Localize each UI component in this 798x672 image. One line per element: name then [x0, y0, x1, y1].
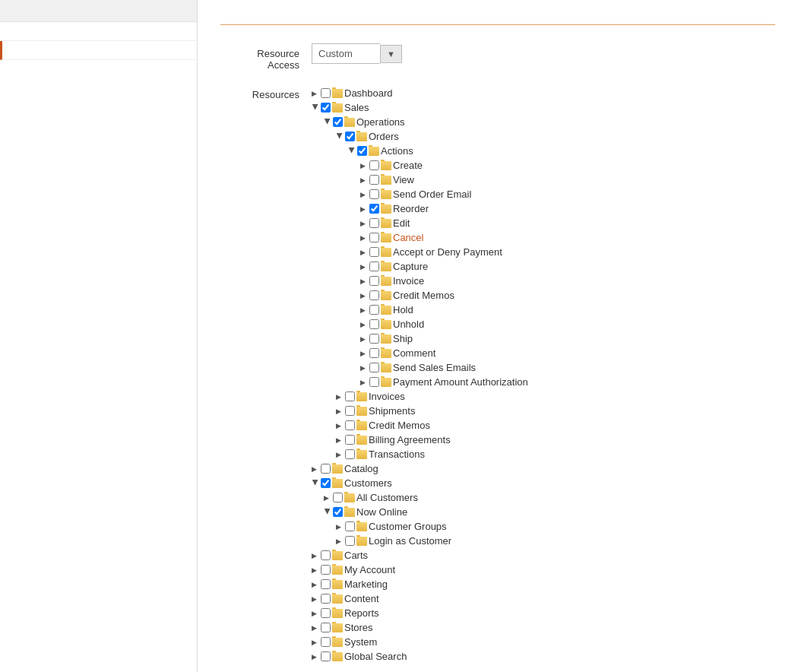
arrow-icon-transactions[interactable]: ▶ — [336, 451, 344, 458]
dropdown-arrow-button[interactable]: ▼ — [380, 45, 402, 63]
checkbox-customer-groups[interactable] — [345, 521, 355, 531]
arrow-icon-customer-groups[interactable]: ▶ — [336, 523, 344, 531]
tree-row-catalog[interactable]: ▶Catalog — [312, 462, 775, 475]
checkbox-send-order-email[interactable] — [369, 189, 379, 199]
tree-row-accept-deny[interactable]: ▶Accept or Deny Payment — [312, 246, 775, 258]
tree-row-now-online[interactable]: ▶Now Online — [312, 506, 775, 518]
checkbox-global-search[interactable] — [321, 651, 331, 661]
checkbox-dashboard[interactable] — [321, 88, 331, 98]
arrow-icon-cancel[interactable]: ▶ — [360, 234, 368, 242]
tree-row-customers[interactable]: ▶Customers — [312, 477, 775, 490]
checkbox-unhold[interactable] — [369, 319, 379, 329]
arrow-icon-all-customers[interactable]: ▶ — [324, 494, 331, 502]
sidebar-item-api[interactable] — [0, 41, 197, 60]
tree-row-hold[interactable]: ▶Hold — [312, 303, 775, 316]
arrow-icon-comment[interactable]: ▶ — [360, 350, 368, 357]
arrow-icon-login-as-customer[interactable]: ▶ — [336, 537, 344, 545]
arrow-icon-global-search[interactable]: ▶ — [312, 653, 319, 661]
tree-row-reports[interactable]: ▶Reports — [312, 607, 775, 620]
checkbox-reports[interactable] — [321, 608, 331, 618]
tree-row-actions[interactable]: ▶Actions — [312, 144, 775, 157]
arrow-icon-credit-memos-actions[interactable]: ▶ — [360, 292, 368, 300]
checkbox-orders[interactable] — [345, 132, 355, 141]
checkbox-invoice[interactable] — [369, 276, 379, 286]
checkbox-view[interactable] — [369, 175, 379, 185]
checkbox-cancel[interactable] — [369, 233, 379, 242]
arrow-icon-hold[interactable]: ▶ — [360, 306, 368, 314]
arrow-icon-dashboard[interactable]: ▶ — [312, 90, 319, 97]
tree-row-dashboard[interactable]: ▶Dashboard — [312, 87, 775, 100]
resource-access-select[interactable]: Custom All — [312, 43, 380, 64]
tree-row-content[interactable]: ▶Content — [312, 592, 775, 605]
tree-row-all-customers[interactable]: ▶All Customers — [312, 491, 775, 504]
checkbox-carts[interactable] — [321, 550, 331, 560]
checkbox-ship[interactable] — [369, 334, 379, 344]
arrow-icon-actions[interactable]: ▶ — [348, 147, 356, 155]
arrow-icon-invoice[interactable]: ▶ — [360, 277, 368, 285]
tree-row-global-search[interactable]: ▶Global Search — [312, 650, 775, 663]
tree-row-ship[interactable]: ▶Ship — [312, 332, 775, 345]
checkbox-invoices[interactable] — [345, 391, 355, 401]
checkbox-now-online[interactable] — [333, 507, 343, 517]
checkbox-customers[interactable] — [321, 478, 331, 488]
arrow-icon-accept-deny[interactable]: ▶ — [360, 249, 368, 256]
arrow-icon-system[interactable]: ▶ — [312, 639, 319, 646]
tree-row-credit-memos-actions[interactable]: ▶Credit Memos — [312, 289, 775, 302]
arrow-icon-invoices[interactable]: ▶ — [336, 393, 344, 401]
checkbox-actions[interactable] — [357, 146, 367, 156]
tree-row-create[interactable]: ▶Create — [312, 159, 775, 172]
arrow-icon-shipments[interactable]: ▶ — [336, 407, 344, 415]
checkbox-stores[interactable] — [321, 623, 331, 632]
arrow-icon-carts[interactable]: ▶ — [312, 552, 319, 559]
tree-row-unhold[interactable]: ▶Unhold — [312, 318, 775, 331]
arrow-icon-ship[interactable]: ▶ — [360, 335, 368, 343]
tree-row-view[interactable]: ▶View — [312, 173, 775, 186]
checkbox-catalog[interactable] — [321, 464, 331, 474]
checkbox-transactions[interactable] — [345, 449, 355, 459]
tree-row-payment-amount-auth[interactable]: ▶Payment Amount Authorization — [312, 376, 775, 388]
arrow-icon-capture[interactable]: ▶ — [360, 263, 368, 271]
arrow-icon-payment-amount-auth[interactable]: ▶ — [360, 379, 368, 386]
checkbox-create[interactable] — [369, 160, 379, 170]
checkbox-credit-memos-actions[interactable] — [369, 290, 379, 300]
arrow-icon-catalog[interactable]: ▶ — [312, 465, 319, 473]
tree-row-sales[interactable]: ▶Sales — [312, 101, 775, 114]
tree-row-shipments[interactable]: ▶Shipments — [312, 404, 775, 417]
checkbox-sales[interactable] — [321, 103, 331, 113]
arrow-icon-content[interactable]: ▶ — [312, 595, 319, 603]
arrow-icon-reports[interactable]: ▶ — [312, 610, 319, 617]
checkbox-credit-memos[interactable] — [345, 420, 355, 430]
tree-row-billing-agreements[interactable]: ▶Billing Agreements — [312, 433, 775, 446]
tree-row-send-sales-emails[interactable]: ▶Send Sales Emails — [312, 361, 775, 374]
arrow-icon-reorder[interactable]: ▶ — [360, 205, 368, 213]
tree-row-credit-memos[interactable]: ▶Credit Memos — [312, 419, 775, 432]
tree-row-comment[interactable]: ▶Comment — [312, 347, 775, 360]
arrow-icon-orders[interactable]: ▶ — [336, 133, 344, 141]
arrow-icon-now-online[interactable]: ▶ — [324, 509, 332, 516]
sidebar-item-integration-info[interactable] — [0, 22, 197, 41]
checkbox-accept-deny[interactable] — [369, 247, 379, 257]
checkbox-all-customers[interactable] — [333, 493, 343, 502]
checkbox-shipments[interactable] — [345, 406, 355, 416]
checkbox-edit[interactable] — [369, 218, 379, 228]
arrow-icon-sales[interactable]: ▶ — [312, 104, 320, 112]
checkbox-marketing[interactable] — [321, 579, 331, 589]
tree-row-carts[interactable]: ▶Carts — [312, 549, 775, 562]
tree-row-cancel[interactable]: ▶Cancel — [312, 231, 775, 244]
checkbox-billing-agreements[interactable] — [345, 435, 355, 445]
tree-row-send-order-email[interactable]: ▶Send Order Email — [312, 188, 775, 201]
tree-row-stores[interactable]: ▶Stores — [312, 621, 775, 634]
arrow-icon-my-account[interactable]: ▶ — [312, 566, 319, 574]
tree-row-invoices[interactable]: ▶Invoices — [312, 390, 775, 403]
tree-row-operations[interactable]: ▶Operations — [312, 116, 775, 128]
arrow-icon-send-order-email[interactable]: ▶ — [360, 191, 368, 198]
checkbox-my-account[interactable] — [321, 565, 331, 575]
arrow-icon-credit-memos[interactable]: ▶ — [336, 422, 344, 430]
arrow-icon-create[interactable]: ▶ — [360, 162, 368, 170]
checkbox-payment-amount-auth[interactable] — [369, 377, 379, 387]
tree-row-edit[interactable]: ▶Edit — [312, 217, 775, 230]
arrow-icon-stores[interactable]: ▶ — [312, 624, 319, 632]
tree-row-system[interactable]: ▶System — [312, 636, 775, 648]
arrow-icon-operations[interactable]: ▶ — [324, 119, 332, 126]
tree-row-login-as-customer[interactable]: ▶Login as Customer — [312, 534, 775, 547]
